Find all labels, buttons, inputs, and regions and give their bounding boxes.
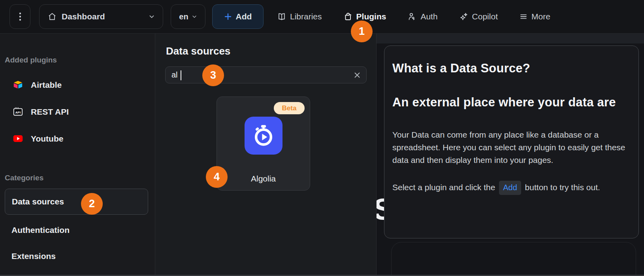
sidebar-item-label: REST API <box>31 107 69 117</box>
step-badge-1: 1 <box>351 21 373 42</box>
nav-label: Copilot <box>472 12 498 21</box>
step-badge-2: 2 <box>81 193 103 215</box>
plugin-card-algolia[interactable]: Beta Algolia <box>217 96 310 191</box>
editor-canvas: S What is a Data Source? An external pla… <box>377 34 644 275</box>
algolia-stopwatch-icon <box>245 117 282 155</box>
beta-badge: Beta <box>274 102 305 114</box>
book-open-icon <box>277 12 286 21</box>
info-card-paragraph: Your Data can come from any place like a… <box>392 129 630 166</box>
youtube-logo-icon <box>13 133 23 144</box>
paragraph2-before: Select a plugin and click the <box>392 183 497 192</box>
locale-label: en <box>179 12 188 21</box>
category-item-authentication[interactable]: Authentication <box>11 225 70 235</box>
clear-search-icon[interactable] <box>348 67 366 83</box>
plugin-card-label: Algolia <box>217 174 310 183</box>
added-plugins-heading: Added plugins <box>5 56 57 64</box>
locale-dropdown[interactable]: en <box>171 4 205 29</box>
nav-label: Auth <box>420 12 437 21</box>
info-card-title: What is a Data Source? <box>392 61 630 76</box>
kebab-menu-button[interactable] <box>9 4 30 29</box>
top-navigation: Libraries Plugins Auth <box>277 12 550 21</box>
user-key-icon <box>407 12 417 21</box>
home-icon <box>47 12 57 21</box>
nav-item-auth[interactable]: Auth <box>407 12 437 21</box>
main-area: Added plugins Airtable API REST API <box>0 34 644 275</box>
page-selector-dropdown[interactable]: Dashboard <box>39 4 163 29</box>
chevron-down-icon <box>192 14 197 19</box>
category-item-extensions[interactable]: Extensions <box>11 251 56 261</box>
plugins-sidebar: Added plugins Airtable API REST API <box>0 34 155 275</box>
airtable-logo-icon <box>13 79 23 90</box>
category-item-data-sources[interactable]: Data sources <box>5 189 148 215</box>
sidebar-item-rest-api[interactable]: API REST API <box>13 106 69 117</box>
panel-title: Data sources <box>166 45 230 57</box>
plugin-bag-icon <box>343 12 353 21</box>
categories-heading: Categories <box>5 174 43 182</box>
page-selector-label: Dashboard <box>62 12 105 21</box>
sidebar-item-label: Youtube <box>31 134 63 144</box>
nav-item-plugins[interactable]: Plugins <box>343 12 386 21</box>
sidebar-item-label: Airtable <box>31 80 62 90</box>
nav-label: More <box>531 12 550 21</box>
nav-label: Plugins <box>356 12 386 21</box>
data-sources-panel: Data sources Beta Algolia <box>155 34 377 275</box>
plugin-search-input[interactable] <box>166 67 348 83</box>
canvas-ghost-outline <box>391 242 636 275</box>
nav-label: Libraries <box>290 12 322 21</box>
top-toolbar: Dashboard en Add Libraries <box>0 0 644 34</box>
menu-icon <box>519 12 528 21</box>
svg-text:API: API <box>15 111 21 114</box>
category-label: Data sources <box>12 197 64 206</box>
sidebar-item-youtube[interactable]: Youtube <box>13 133 63 144</box>
info-card-subtitle: An external place where your data are <box>392 93 630 111</box>
plugin-search-box <box>165 66 367 83</box>
info-card-paragraph-2: Select a plugin and click the Add button… <box>392 181 630 195</box>
chevron-down-icon <box>149 13 155 20</box>
data-source-info-card: What is a Data Source? An external place… <box>384 45 639 238</box>
step-badge-3: 3 <box>202 64 224 86</box>
sidebar-item-airtable[interactable]: Airtable <box>13 79 62 90</box>
nav-item-copilot[interactable]: Copilot <box>459 12 498 21</box>
step-badge-4: 4 <box>206 166 228 188</box>
add-button[interactable]: Add <box>212 4 264 29</box>
sparkles-icon <box>459 12 469 21</box>
add-inline-chip: Add <box>499 181 521 195</box>
add-button-label: Add <box>236 12 252 21</box>
rest-api-logo-icon: API <box>13 106 23 117</box>
text-caret <box>181 70 181 80</box>
nav-item-more[interactable]: More <box>519 12 550 21</box>
plus-icon <box>224 13 232 21</box>
paragraph2-after: button to try this out. <box>523 183 600 192</box>
nav-item-libraries[interactable]: Libraries <box>277 12 322 21</box>
canvas-top-band <box>377 34 644 43</box>
kebab-icon <box>16 11 24 22</box>
